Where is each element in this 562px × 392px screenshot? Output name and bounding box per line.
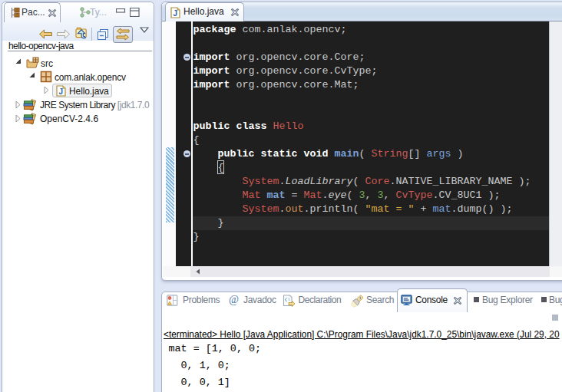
svg-text:J: J (58, 87, 63, 96)
svg-text:J: J (173, 9, 177, 18)
